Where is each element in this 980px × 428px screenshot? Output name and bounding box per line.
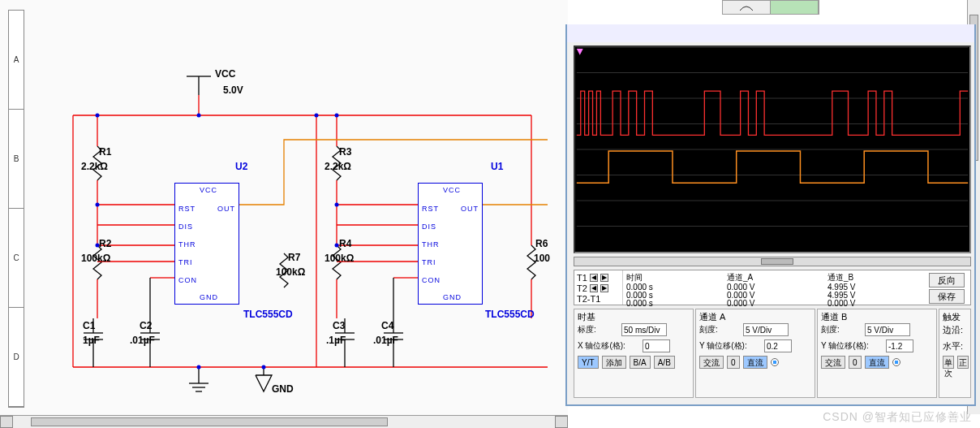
svg-point-48 [315, 114, 319, 118]
col-time: 时间 [626, 272, 720, 283]
timebase-scale-input[interactable] [621, 323, 667, 336]
chb-zero-button[interactable]: 0 [849, 356, 862, 369]
cursor-marker-icon [577, 49, 583, 55]
reverse-button[interactable]: 反向 [929, 273, 965, 287]
mode-ab-button[interactable]: A/B [654, 356, 675, 369]
svg-point-52 [335, 203, 339, 207]
trigger-panel: 触发 边沿: 水平: 单次 正 [939, 309, 971, 398]
trigger-title: 触发 [943, 311, 967, 322]
scale-label: 标度: [578, 324, 618, 335]
vcc-value: 5.0V [223, 84, 243, 96]
col-chb: 通道_B [827, 272, 922, 283]
tdiff-label: T2-T1 [577, 294, 600, 304]
r1-val: 2.2kΩ [81, 161, 108, 172]
cha-enable-radio[interactable] [771, 358, 779, 366]
timebase-panel: 时基 标度: X 轴位移(格): Y/T 添加 B/A A/B [574, 309, 694, 398]
c4-val: .01µF [373, 335, 398, 346]
r7-name: R7 [288, 252, 300, 263]
c1-name: C1 [83, 320, 95, 331]
cursor-readout: T1◀▶ T2◀▶ T2-T1 时间 0.000 s 0.000 s 0.000… [574, 270, 971, 305]
chb-ac-button[interactable]: 交流 [821, 356, 845, 369]
wave-scrollbar[interactable] [574, 257, 971, 266]
trig-normal-button[interactable]: 正 [957, 356, 969, 369]
u1-name: U1 [491, 161, 503, 172]
level-label: 水平: [943, 340, 963, 352]
chb-dc-button[interactable]: 直流 [865, 356, 889, 369]
timebase-title: 时基 [578, 311, 690, 322]
svg-point-54 [197, 365, 201, 370]
u2-part: TLC555CD [243, 309, 293, 320]
ruler-row: B [9, 110, 24, 209]
cha-yoff-label: Y 轴位移(格): [699, 340, 761, 352]
chb-title: 通道 B [821, 311, 933, 322]
t1-right-btn[interactable]: ▶ [600, 274, 608, 282]
ruler-vertical: A B C D [8, 10, 24, 408]
chb-panel: 通道 B 刻度: Y 轴位移(格): 交流 0 直流 [817, 309, 937, 398]
dt-a: 0.000 V [727, 299, 821, 307]
r2-name: R2 [99, 238, 111, 249]
r4-val: 100kΩ [325, 253, 354, 264]
wave-scroll-thumb[interactable] [761, 258, 793, 265]
t2-a: 0.000 V [727, 291, 821, 299]
chb-enable-radio[interactable] [892, 358, 900, 366]
t1-b: 4.995 V [827, 283, 922, 291]
t2-left-btn[interactable]: ◀ [590, 284, 598, 292]
scroll-left-btn[interactable] [0, 416, 13, 428]
vcc-label: VCC [215, 68, 235, 80]
mode-yt-button[interactable]: Y/T [578, 356, 599, 369]
ruler-row: C [9, 209, 24, 308]
tab-2[interactable] [771, 1, 819, 14]
cha-title: 通道 A [699, 311, 811, 322]
t1-a: 0.000 V [727, 283, 821, 291]
ruler-row: A [9, 11, 24, 110]
r7-val: 100kΩ [276, 266, 305, 278]
svg-point-46 [96, 114, 100, 118]
schematic-wiring [28, 10, 564, 408]
schematic-canvas[interactable]: A B C D VCC RST OUT DIS THR TRI CON GND … [0, 0, 568, 428]
waveform-svg [575, 47, 969, 252]
c3-val: .1µF [326, 335, 346, 346]
cha-ac-button[interactable]: 交流 [699, 356, 724, 369]
cha-dc-button[interactable]: 直流 [743, 356, 767, 369]
mode-ba-button[interactable]: B/A [630, 356, 651, 369]
t2-label: T2 [577, 283, 587, 293]
scope-window: T1◀▶ T2◀▶ T2-T1 时间 0.000 s 0.000 s 0.000… [565, 24, 976, 406]
watermark: CSDN @智者知已应修善业 [823, 410, 972, 425]
r2-val: 100kΩ [81, 253, 110, 264]
chb-yoff-input[interactable] [886, 339, 913, 352]
save-button[interactable]: 保存 [929, 289, 965, 304]
svg-point-55 [262, 365, 266, 370]
cha-scale-input[interactable] [743, 323, 789, 336]
waveform-display[interactable] [574, 45, 971, 253]
view-tabs[interactable] [722, 0, 819, 15]
xoff-input[interactable] [643, 339, 670, 352]
cha-panel: 通道 A 刻度: Y 轴位移(格): 交流 0 直流 [695, 309, 815, 398]
t1-left-btn[interactable]: ◀ [590, 274, 598, 282]
u1-part: TLC555CD [485, 309, 535, 320]
t2-time: 0.000 s [626, 291, 720, 299]
xoff-label: X 轴位移(格): [578, 340, 639, 352]
svg-point-53 [335, 244, 339, 248]
edge-label: 边沿: [943, 324, 963, 336]
t2-right-btn[interactable]: ▶ [600, 284, 608, 292]
c1-val: 1µF [83, 335, 100, 346]
r3-name: R3 [339, 146, 351, 158]
t1-label: T1 [577, 273, 587, 283]
chb-scale-label: 刻度: [821, 324, 862, 335]
chb-yoff-label: Y 轴位移(格): [821, 340, 883, 352]
cha-zero-button[interactable]: 0 [727, 356, 740, 369]
cha-scale-label: 刻度: [699, 324, 740, 335]
c4-name: C4 [381, 320, 393, 331]
r4-name: R4 [339, 238, 351, 249]
tab-1[interactable] [723, 1, 771, 14]
r1-name: R1 [99, 146, 111, 158]
trig-single-button[interactable]: 单次 [943, 356, 954, 369]
t1-time: 0.000 s [626, 283, 720, 291]
cha-yoff-input[interactable] [764, 339, 792, 352]
r6-name: R6 [535, 238, 548, 249]
scroll-thumb[interactable] [31, 417, 388, 426]
mode-add-button[interactable]: 添加 [602, 356, 626, 369]
h-scrollbar[interactable] [0, 415, 568, 428]
scroll-right-btn[interactable] [555, 416, 568, 428]
chb-scale-input[interactable] [865, 323, 910, 336]
